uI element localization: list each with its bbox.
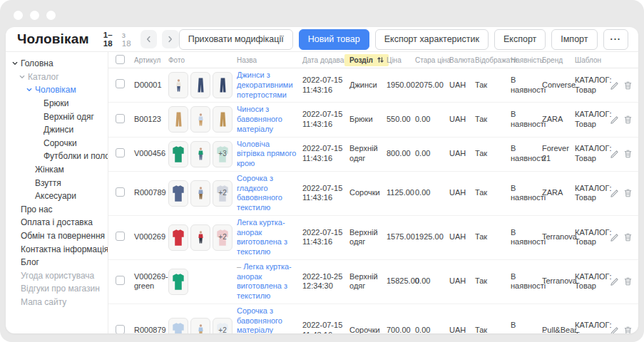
- delete-icon[interactable]: [624, 326, 632, 333]
- product-photo[interactable]: [213, 72, 232, 98]
- sidebar-item-katalog[interactable]: Каталог: [6, 71, 108, 84]
- row-checkbox[interactable]: [116, 325, 125, 333]
- product-photo[interactable]: [213, 106, 232, 133]
- window-dot-icon[interactable]: [46, 11, 56, 20]
- product-name-link[interactable]: Легка куртка-анорак виготовлена з тексти…: [237, 262, 292, 300]
- delete-icon[interactable]: [624, 233, 632, 242]
- availability-cell: В наявності: [511, 144, 542, 164]
- edit-icon[interactable]: [610, 233, 619, 242]
- sidebar-item-vidguky[interactable]: Відгуки про магазин: [6, 282, 108, 296]
- date-cell: 2022-07-15 11:43:16: [302, 228, 349, 248]
- row-checkbox[interactable]: [116, 187, 125, 197]
- window-dot-icon[interactable]: [30, 11, 39, 20]
- import-button[interactable]: Імпорт: [551, 29, 597, 50]
- sidebar-item-aksesuary[interactable]: Аксесуари: [6, 190, 108, 203]
- old-price-cell: 0.00: [415, 149, 449, 159]
- product-photo[interactable]: [168, 72, 188, 98]
- sidebar-item-dzhynsy[interactable]: Джинси: [6, 123, 108, 137]
- product-photo[interactable]: [168, 269, 188, 295]
- product-photo[interactable]: [168, 141, 188, 167]
- row-checkbox[interactable]: [116, 79, 125, 88]
- product-name-link[interactable]: Чиноси з бавовняного матеріалу: [237, 105, 282, 133]
- app-window: Чоловікам 1–18 з 18 Приховати модифікаці…: [6, 27, 638, 333]
- sidebar-item-vzuttya[interactable]: Взуття: [6, 176, 108, 190]
- sidebar-item-kontaktna[interactable]: Контактна інформація: [6, 242, 108, 256]
- sidebar-item-bryuky[interactable]: Брюки: [6, 97, 108, 110]
- product-name-link[interactable]: Сорочка з бавовняного матеріалу притален…: [237, 306, 282, 333]
- sidebar-item-zhinkam[interactable]: Жінкам: [6, 163, 108, 177]
- photo-cell: +3: [168, 141, 237, 167]
- table-row: B00123 Чиноси з бавовняного матеріалу 20…: [108, 103, 638, 137]
- edit-icon[interactable]: [610, 277, 619, 286]
- pagination-next-button[interactable]: [162, 30, 178, 48]
- edit-icon[interactable]: [610, 189, 619, 197]
- row-checkbox[interactable]: [116, 148, 125, 157]
- desktop-background: Чоловікам 1–18 з 18 Приховати модифікаці…: [0, 0, 644, 342]
- chevron-down-icon: [26, 87, 32, 93]
- name-cell: –Легка куртка-анорак виготовлена з текст…: [237, 262, 302, 301]
- delete-icon[interactable]: [624, 150, 632, 158]
- pagination-prev-button[interactable]: [140, 30, 157, 48]
- product-photo[interactable]: [168, 224, 188, 251]
- more-photos-badge: +3: [213, 142, 232, 167]
- display-cell: Так: [475, 115, 511, 125]
- sidebar-item-mapa-sajtu[interactable]: Мапа сайту: [6, 296, 108, 309]
- more-photos-badge: +2: [213, 318, 232, 333]
- export-characteristics-button[interactable]: Експорт характеристик: [375, 29, 489, 50]
- product-photo[interactable]: [190, 141, 210, 167]
- product-photo[interactable]: [190, 180, 210, 207]
- product-photo[interactable]: +3: [213, 141, 232, 167]
- edit-icon[interactable]: [610, 326, 619, 333]
- sidebar-item-sorochky[interactable]: Сорочки: [6, 137, 108, 150]
- sidebar-item-golovna[interactable]: Головна: [6, 57, 108, 71]
- product-name-link[interactable]: Чоловіча вітрівка прямого крою: [237, 140, 296, 168]
- delete-icon[interactable]: [624, 277, 632, 286]
- sidebar-item-obmin[interactable]: Обмін та повернення: [6, 229, 108, 243]
- currency-cell: UAH: [449, 115, 475, 125]
- product-photo[interactable]: [190, 72, 210, 98]
- more-options-button[interactable]: ···: [603, 29, 629, 50]
- product-photo[interactable]: [190, 106, 210, 133]
- currency-cell: UAH: [449, 188, 475, 198]
- row-checkbox[interactable]: [116, 276, 125, 285]
- product-photo[interactable]: +2: [213, 318, 232, 333]
- product-name-link[interactable]: Джинси з декоративними потертостями: [237, 71, 293, 99]
- sidebar-item-ugoda[interactable]: Угода користувача: [6, 269, 108, 283]
- delete-icon[interactable]: [624, 189, 632, 197]
- section-cell: Верхній одяг: [349, 228, 387, 248]
- section-cell: Верхній одяг: [349, 144, 387, 164]
- edit-icon[interactable]: [610, 81, 619, 90]
- hide-modifications-button[interactable]: Приховати модифікації: [179, 29, 293, 50]
- article-cell: V000269-green: [134, 272, 168, 292]
- product-name-link[interactable]: Легка куртка-анорак виготовлена з тексти…: [237, 218, 287, 256]
- section-sort-control[interactable]: Розділ: [344, 54, 389, 66]
- products-table: Артикул Фото Назва Дата додавання Розділ: [108, 52, 638, 333]
- sidebar-item-pro-nas[interactable]: Про нас: [6, 203, 108, 217]
- window-dot-icon[interactable]: [14, 11, 23, 20]
- new-product-button[interactable]: Новий товар: [299, 29, 369, 50]
- table-header-row: Артикул Фото Назва Дата додавання Розділ: [108, 52, 638, 68]
- edit-icon[interactable]: [610, 150, 619, 158]
- row-checkbox[interactable]: [116, 114, 125, 123]
- delete-icon[interactable]: [624, 115, 632, 124]
- sidebar-item-blog[interactable]: Блог: [6, 256, 108, 269]
- sidebar-item-oplata[interactable]: Оплата і доставка: [6, 216, 108, 229]
- sidebar-item-cholovikam[interactable]: Чоловікам: [6, 83, 108, 97]
- sidebar-item-verkhniy-odyag[interactable]: Верхній одяг: [6, 110, 108, 123]
- export-button[interactable]: Експорт: [494, 29, 546, 50]
- old-price-cell: 1925.00: [415, 232, 449, 242]
- product-photo[interactable]: +2: [213, 180, 232, 207]
- product-name-link[interactable]: Сорочка з гладкого бавовняного текстилю: [237, 174, 282, 212]
- product-photo[interactable]: [168, 180, 188, 207]
- page-title: Чоловікам: [17, 31, 89, 47]
- row-checkbox[interactable]: [116, 232, 125, 241]
- select-all-checkbox[interactable]: [116, 55, 125, 64]
- edit-icon[interactable]: [610, 115, 619, 124]
- product-photo[interactable]: [190, 224, 210, 251]
- product-photo[interactable]: [168, 318, 188, 333]
- product-photo[interactable]: [168, 106, 188, 133]
- product-photo[interactable]: +2: [213, 224, 232, 251]
- sidebar-item-futbolky-polo[interactable]: Футболки и поло: [6, 150, 108, 163]
- delete-icon[interactable]: [624, 81, 632, 90]
- product-photo[interactable]: [190, 318, 210, 333]
